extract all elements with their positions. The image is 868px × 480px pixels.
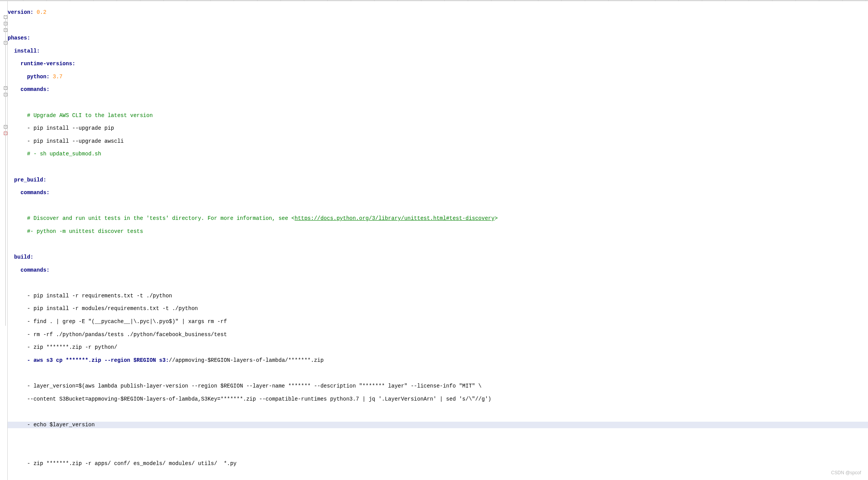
code-line: - pip install -r requirements.txt -t ./p… <box>8 293 868 299</box>
code-line: commands: <box>8 190 868 196</box>
code-line: version: 0.2 <box>8 9 868 16</box>
code-line-highlighted: - echo $layer_version <box>8 422 868 428</box>
code-line: - pip install --upgrade awscli <box>8 138 868 145</box>
code-line <box>8 280 868 286</box>
code-line: - pip install --upgrade pip <box>8 125 868 132</box>
code-line: pre_build: <box>8 177 868 183</box>
code-line: phases: <box>8 35 868 41</box>
code-line <box>8 241 868 247</box>
code-line <box>8 164 868 170</box>
code-line <box>8 473 868 480</box>
code-line <box>8 370 868 376</box>
editor-container: − − − − − − − − version: 0.2 phases: ins… <box>0 1 868 480</box>
code-line <box>8 409 868 415</box>
code-line: - rm -rf ./python/pandas/tests ./python/… <box>8 332 868 338</box>
code-area[interactable]: version: 0.2 phases: install: runtime-ve… <box>8 1 868 480</box>
code-line: commands: <box>8 267 868 274</box>
code-line: build: <box>8 254 868 261</box>
code-line: runtime-versions: <box>8 61 868 67</box>
fold-toggle[interactable]: − <box>4 15 7 19</box>
code-line <box>8 434 868 441</box>
code-line: #- python -m unittest discover tests <box>8 228 868 235</box>
code-line <box>8 99 868 106</box>
code-line <box>8 22 868 28</box>
code-line: # - sh update_submod.sh <box>8 151 868 157</box>
code-line: python: 3.7 <box>8 74 868 80</box>
code-line: install: <box>8 48 868 54</box>
folding-gutter: − − − − − − − − <box>0 1 8 480</box>
code-line: - pip install -r modules/requirements.tx… <box>8 305 868 312</box>
code-line: # Upgrade AWS CLI to the latest version <box>8 112 868 119</box>
code-line: # Discover and run unit tests in the 'te… <box>8 215 868 222</box>
code-line: - zip *******.zip -r python/ <box>8 344 868 351</box>
code-line: - find . | grep -E "(__pycache__|\.pyc|\… <box>8 318 868 325</box>
watermark: CSDN @spcof <box>831 470 861 475</box>
code-line: - layer_version=$(aws lambda publish-lay… <box>8 383 868 389</box>
unittest-link[interactable]: https://docs.python.org/3/library/unitte… <box>295 215 495 221</box>
code-line <box>8 203 868 209</box>
code-line <box>8 447 868 454</box>
code-line: commands: <box>8 86 868 93</box>
code-line: --content S3Bucket=appmoving-$REGION-lay… <box>8 396 868 402</box>
code-line: - aws s3 cp *******.zip --region $REGION… <box>8 357 868 364</box>
code-line: - zip *******.zip -r apps/ conf/ es_mode… <box>8 460 868 467</box>
